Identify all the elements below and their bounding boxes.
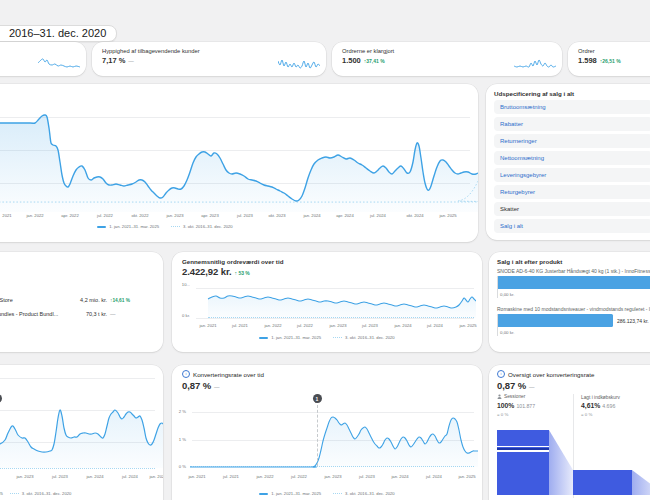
chart-legend: 1. jan. 2021–31. mar. 2025 3. okt. 2016–… <box>172 335 482 340</box>
legend-label: 3. okt. 2016–31. dec. 2020 <box>345 335 395 340</box>
axis-label: jul. 2024 <box>370 213 386 218</box>
product-row-delta: ↑14,61 % <box>110 298 130 303</box>
axis-label: jan. 2022 <box>26 213 43 218</box>
row-label: Returgebyrer <box>500 189 535 195</box>
axis-label: apr. 2022 <box>61 213 78 218</box>
product-bar[interactable] <box>497 276 650 289</box>
conversion-rate-card: i Konverteringsrate over tid 0,87 % — 2 … <box>172 365 482 500</box>
funnel-step-change: = 0 % <box>581 412 592 417</box>
info-icon[interactable]: i <box>182 370 190 378</box>
funnel-slope <box>549 430 573 495</box>
breakdown-row-net-sales[interactable]: Nettoomsætning <box>494 151 650 165</box>
product-bar[interactable] <box>497 314 613 327</box>
breakdown-row-gross-sales[interactable]: Bruttoomsætning <box>494 100 650 114</box>
metric-value: 2.422,92 kr. <box>182 266 232 277</box>
kpi-value: 7,17 % <box>102 56 125 65</box>
axis-min-label: 0,00 kr. <box>500 292 514 297</box>
row-label: Rabatter <box>500 121 523 127</box>
kpi-card-orders-fulfilled[interactable]: Ordrerne er klargjort 1.500↑37,41 % <box>332 42 562 76</box>
card-title: Oversigt over konverteringsrate <box>508 371 594 378</box>
axis-label: jan. 2022 <box>264 323 281 328</box>
legend-line-icon <box>259 493 268 495</box>
axis-label: jul. 2022 <box>297 323 313 328</box>
breakdown-row-shipping[interactable]: Leveringsgebyrer <box>494 168 650 182</box>
legend-dash-icon <box>333 493 342 494</box>
funnel-step-pct: 100% <box>497 402 514 409</box>
axis-label: okt. 2023 <box>268 213 285 218</box>
conversion-funnel-card: i Oversigt over konverteringsrate 0,87 %… <box>489 365 650 500</box>
axis-label: okt. 2022 <box>131 213 148 218</box>
analytics-dashboard: 2016–31. dec. 2020 Hyppighed af tilbagev… <box>0 0 650 500</box>
funnel-step-label: Sessioner <box>504 394 525 399</box>
axis-label: jul. 2021 <box>232 323 248 328</box>
axis-label: jan. 2023 <box>324 474 341 479</box>
breakdown-row-return-fees[interactable]: Returgebyrer <box>494 185 650 199</box>
row-label: Salg i alt <box>500 223 523 229</box>
axis-label: jul. 2023 <box>52 474 68 479</box>
x-axis-labels: jan. 2021jul. 2021jan. 2022jul. 2022jan.… <box>186 474 478 480</box>
legend-line-icon <box>259 337 268 339</box>
metric-delta: — <box>214 384 220 390</box>
aov-over-time-card: Gennemsnitlig ordreværdi over tid 2.422,… <box>172 252 482 352</box>
axis-label: apr. 2024 <box>336 213 353 218</box>
sessions-icon <box>497 394 502 399</box>
metric-value: 0,87 % <box>182 380 211 391</box>
kpi-card-returning-customers[interactable]: Hyppighed af tilbagevendende kunder 7,17… <box>92 42 326 76</box>
legend-label: 1. jan. 2021–31. mar. 2025 <box>109 224 159 229</box>
axis-label: jan. 2024 <box>394 323 411 328</box>
sales-by-product-card: Salg i alt efter produkt SNODE AD-6-40 K… <box>489 252 650 352</box>
axis-label: apr. 2023 <box>201 213 218 218</box>
funnel-step-change: = 0 % <box>497 412 508 417</box>
breakdown-row-total-sales[interactable]: Salg i alt <box>494 219 650 233</box>
breakdown-row-returns[interactable]: Returneringer <box>494 134 650 148</box>
axis-label: jan. 2025 <box>458 474 475 479</box>
card-title: Konverteringsrate over tid <box>193 371 264 378</box>
sparkline <box>38 57 80 70</box>
info-icon[interactable]: i <box>497 370 505 378</box>
axis-label: jul. 2024 <box>122 474 138 479</box>
legend-item: 3. okt. 2016–31. dec. 2020 <box>171 224 233 229</box>
chart-legend: 1. jan. 2021–31. mar. 2025 3. okt. 2016–… <box>0 224 478 229</box>
chart-legend: 1. jan. 2021–31. mar. 2025 3. okt. 2016–… <box>172 491 482 496</box>
kpi-card-orders[interactable]: Ordrer 1.598↑26,51 % <box>568 42 650 76</box>
axis-label: jul. 2023 <box>237 213 253 218</box>
axis-label: jul. 2023 <box>362 323 378 328</box>
axis-label: jul. 2021 <box>223 474 239 479</box>
line-chart <box>0 376 163 468</box>
axis-label: okt. 2024 <box>406 213 423 218</box>
axis-label: jul. 2022 <box>291 474 307 479</box>
product-row-value: 4,2 mio. kr. <box>27 297 107 303</box>
axis-break-line <box>497 450 549 451</box>
kpi-title: Ordrerne er klargjort <box>342 48 394 54</box>
metric-delta: — <box>529 384 535 390</box>
chart-annotation-pin[interactable]: 1 <box>313 394 322 403</box>
axis-label: 2021 <box>2 213 11 218</box>
kpi-delta: ↑37,41 % <box>364 58 385 64</box>
kpi-card-1[interactable] <box>0 42 86 76</box>
aov-line-chart <box>186 282 476 320</box>
date-range-label: 2016–31. dec. 2020 <box>9 27 106 39</box>
axis-tick <box>497 276 498 298</box>
breakdown-row-discounts[interactable]: Rabatter <box>494 117 650 131</box>
axis-label: jul. 2023 <box>359 474 375 479</box>
metric-delta: ↑ 53 % <box>235 270 250 276</box>
card-title: Gennemsnitlig ordreværdi over tid <box>182 258 283 265</box>
date-range-chip[interactable]: 2016–31. dec. 2020 <box>0 25 117 42</box>
product-bar-label: Romaskine med 10 modstandsniveauer - vin… <box>497 306 650 312</box>
y-axis-label: 2 % <box>172 409 186 414</box>
legend-label: 3. okt. 2016–31. dec. 2020 <box>345 491 395 496</box>
pin-number: 1 <box>316 396 319 402</box>
kpi-title: Hyppighed af tilbagevendende kunder <box>102 48 200 54</box>
legend-label: 3. okt. 2016–31. dec. 2020 <box>183 224 233 229</box>
legend-dash-icon <box>333 337 342 338</box>
kpi-delta: — <box>128 58 134 64</box>
row-label: Nettoomsætning <box>500 155 544 161</box>
x-axis-labels: jan. 2021jul. 2021jan. 2022jul. 2022jan.… <box>172 323 482 329</box>
legend-label: 3. okt. 2016–31. dec. 2020 <box>22 491 72 496</box>
card-title: Salg i alt efter produkt <box>497 258 562 265</box>
sparkline <box>514 57 556 70</box>
kpi-delta: ↑26,51 % <box>600 58 621 64</box>
legend-label: 1. jan. 2021–31. mar. 2025 <box>271 335 321 340</box>
legend-dash-icon <box>10 493 19 494</box>
funnel-step-label: Lagt i indkøbskurv <box>581 395 620 400</box>
